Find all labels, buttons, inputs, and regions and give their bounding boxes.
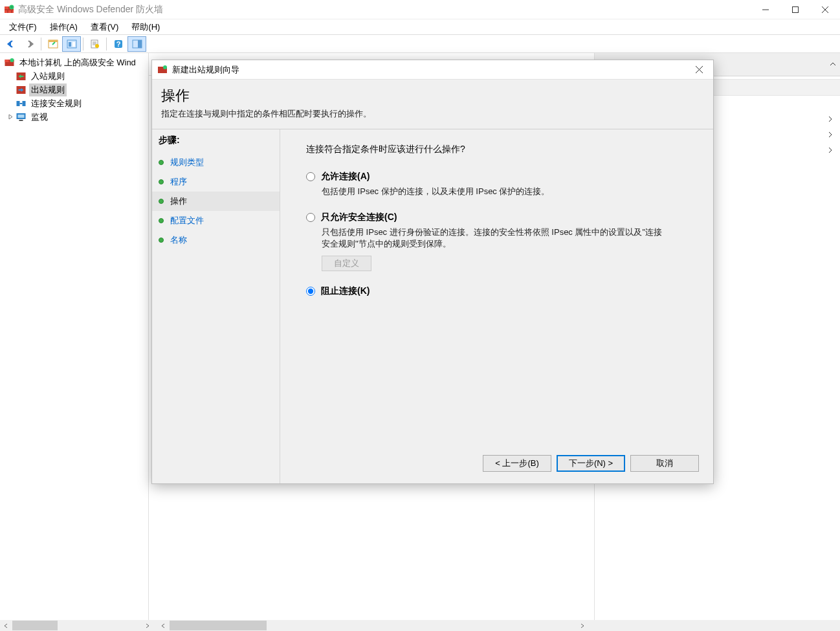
hscroll-thumb-list[interactable] — [170, 621, 267, 630]
hscroll[interactable] — [0, 620, 840, 631]
svg-rect-6 — [69, 42, 71, 47]
svg-point-28 — [163, 65, 167, 69]
menu-help[interactable]: 帮助(H) — [125, 20, 166, 34]
wizard-icon — [157, 65, 168, 75]
tree-monitor-label: 监视 — [29, 111, 50, 124]
steps-title: 步骤: — [152, 135, 280, 153]
radio-block-label: 阻止连接(K) — [321, 285, 370, 297]
window-title: 高级安全 Windows Defender 防火墙 — [18, 4, 163, 16]
actions-collapse-icon[interactable] — [830, 60, 836, 69]
svg-rect-4 — [49, 40, 58, 42]
show-tree-button[interactable] — [43, 36, 62, 52]
tree-monitor[interactable]: 监视 — [0, 110, 148, 124]
step-program[interactable]: 程序 — [152, 172, 280, 192]
radio-allow-desc: 包括使用 IPsec 保护的连接，以及未使用 IPsec 保护的连接。 — [306, 186, 669, 197]
hscroll-left-arrow[interactable] — [0, 620, 11, 631]
dialog-title: 新建出站规则向导 — [172, 64, 239, 76]
wizard-dialog: 新建出站规则向导 操作 指定在连接与规则中指定的条件相匹配时要执行的操作。 步骤… — [151, 60, 714, 484]
next-button-dialog[interactable]: 下一步(N) > — [557, 455, 625, 472]
radio-secure-label: 只允许安全连接(C) — [321, 212, 397, 223]
hscroll-right-arrow-list[interactable] — [577, 620, 588, 631]
connsec-icon — [16, 98, 27, 109]
cancel-button-dialog[interactable]: 取消 — [630, 455, 699, 472]
menu-file[interactable]: 文件(F) — [3, 20, 43, 34]
svg-rect-17 — [17, 101, 20, 106]
back-button-dialog[interactable]: < 上一步(B) — [483, 455, 551, 472]
hscroll-right-arrow-tree[interactable] — [142, 620, 153, 631]
dialog-footer: < 上一步(B) 下一步(N) > 取消 — [483, 455, 699, 472]
svg-rect-20 — [18, 115, 25, 118]
dialog-close-button[interactable] — [685, 60, 713, 80]
dialog-body: 步骤: 规则类型 程序 操作 配置文件 名称 连接符合指定条件时应该进行什么操作… — [152, 129, 713, 483]
caret-icon[interactable] — [8, 113, 16, 122]
menu-view[interactable]: 查看(V) — [84, 20, 125, 34]
radio-secure[interactable]: 只允许安全连接(C) — [306, 212, 695, 223]
radio-allow-input[interactable] — [306, 172, 315, 181]
step-name[interactable]: 名称 — [152, 230, 280, 250]
actionpane-toggle[interactable] — [127, 36, 146, 52]
dialog-steps: 步骤: 规则类型 程序 操作 配置文件 名称 — [152, 129, 280, 483]
dialog-titlebar[interactable]: 新建出站规则向导 — [152, 60, 713, 80]
monitor-icon — [16, 112, 27, 122]
svg-point-14 — [10, 58, 14, 62]
firewall-app-icon — [4, 5, 14, 15]
step-profile[interactable]: 配置文件 — [152, 211, 280, 230]
svg-point-9 — [95, 44, 99, 48]
hscroll-thumb-tree[interactable] — [12, 621, 58, 630]
inbound-icon — [16, 71, 27, 82]
forward-button[interactable] — [20, 36, 39, 52]
step-action[interactable]: 操作 — [152, 192, 280, 211]
dialog-subheading: 指定在连接与规则中指定的条件相匹配时要执行的操作。 — [161, 108, 704, 120]
tree-root-label: 本地计算机 上的高级安全 Wind — [17, 56, 138, 69]
tree-inbound-label: 入站规则 — [29, 70, 67, 83]
export-button[interactable] — [85, 36, 104, 52]
svg-text:?: ? — [116, 40, 120, 48]
tree-connsec-label: 连接安全规则 — [29, 97, 83, 110]
option-block: 阻止连接(K) — [306, 285, 695, 297]
dialog-prompt: 连接符合指定条件时应该进行什么操作? — [306, 144, 695, 155]
tree-root[interactable]: 本地计算机 上的高级安全 Wind — [0, 56, 148, 69]
svg-rect-18 — [23, 101, 26, 106]
back-button[interactable] — [1, 36, 20, 52]
step-rule-type[interactable]: 规则类型 — [152, 153, 280, 172]
svg-rect-21 — [19, 120, 23, 121]
main-titlebar: 高级安全 Windows Defender 防火墙 — [0, 0, 840, 19]
tree-pane[interactable]: 本地计算机 上的高级安全 Wind 入站规则 出站规则 连接安全规则 监视 — [0, 53, 149, 631]
close-button[interactable] — [810, 0, 840, 19]
radio-allow[interactable]: 允许连接(A) — [306, 171, 695, 183]
option-allow: 允许连接(A) 包括使用 IPsec 保护的连接，以及未使用 IPsec 保护的… — [306, 171, 695, 197]
toolbar: ? — [0, 35, 840, 53]
outbound-icon — [16, 85, 27, 95]
tree-connsec[interactable]: 连接安全规则 — [0, 96, 148, 110]
minimize-button[interactable] — [751, 0, 780, 19]
help-button[interactable]: ? — [109, 36, 127, 52]
menu-action[interactable]: 操作(A) — [43, 20, 84, 34]
radio-block[interactable]: 阻止连接(K) — [306, 285, 695, 297]
svg-point-1 — [10, 6, 13, 8]
dialog-heading: 操作 — [161, 86, 704, 108]
maximize-button[interactable] — [780, 0, 810, 19]
radio-allow-label: 允许连接(A) — [321, 171, 370, 183]
customize-button: 自定义 — [322, 256, 371, 271]
option-secure: 只允许安全连接(C) 只包括使用 IPsec 进行身份验证的连接。连接的安全性将… — [306, 212, 695, 271]
hscroll-left-arrow-list[interactable] — [157, 620, 168, 631]
dialog-header: 操作 指定在连接与规则中指定的条件相匹配时要执行的操作。 — [152, 80, 713, 129]
firewall-icon — [4, 58, 15, 68]
radio-secure-input[interactable] — [306, 213, 315, 222]
dialog-main: 连接符合指定条件时应该进行什么操作? 允许连接(A) 包括使用 IPsec 保护… — [280, 129, 713, 483]
svg-rect-2 — [793, 6, 799, 12]
tree-inbound[interactable]: 入站规则 — [0, 69, 148, 83]
radio-secure-desc: 只包括使用 IPsec 进行身份验证的连接。连接的安全性将依照 IPsec 属性… — [306, 227, 669, 250]
properties-button[interactable] — [62, 36, 81, 52]
svg-rect-7 — [72, 42, 75, 47]
menubar: 文件(F) 操作(A) 查看(V) 帮助(H) — [0, 19, 840, 35]
svg-rect-13 — [138, 40, 142, 48]
radio-block-input[interactable] — [306, 287, 315, 296]
tree-outbound[interactable]: 出站规则 — [0, 83, 148, 96]
tree-outbound-label: 出站规则 — [29, 83, 67, 96]
